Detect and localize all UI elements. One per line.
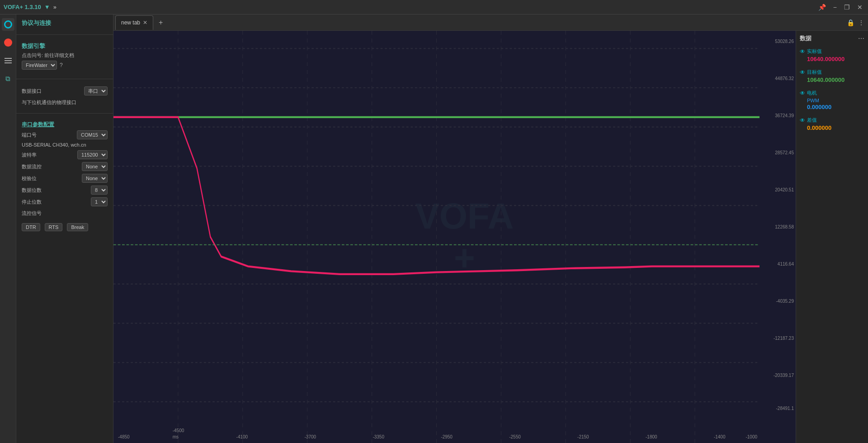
baud-label: 波特率	[22, 152, 37, 158]
stop-bits-select[interactable]: 1	[91, 197, 108, 206]
y-label-2: 36724.39	[775, 113, 794, 118]
diff-label: 差值	[807, 117, 817, 124]
pwm-eye-icon[interactable]: 👁	[800, 90, 805, 96]
main-layout: ⧉ 协议与连接 数据引擎 点击问号: 前往详细文档 FireWater ? 数据…	[0, 14, 868, 443]
more-options-icon[interactable]: ⋮	[858, 19, 864, 26]
baud-row: 波特率 115200	[22, 150, 108, 159]
sidebar-icon-strip: ⧉	[0, 14, 16, 443]
nav-more-icon[interactable]: »	[53, 4, 57, 10]
y-label-4: 20420.51	[775, 187, 794, 192]
add-tab-button[interactable]: +	[156, 19, 165, 27]
chart-data-row: VOFA+ 53028.26 44876.32 36724.39 28572.4…	[113, 31, 868, 443]
app-logo: VOFA+ 1.3.10 ▼ »	[4, 4, 57, 10]
help-icon[interactable]: ?	[60, 62, 63, 68]
tab-bar: new tab ✕ + 🔒 ⋮	[113, 14, 868, 31]
port-hint: USB-SERIAL CH340, wch.cn	[22, 142, 108, 148]
actual-eye-icon[interactable]: 👁	[800, 48, 805, 55]
x-label-2550: -2550	[509, 434, 521, 439]
y-label-7: -4035.29	[776, 299, 794, 304]
sidebar-panel: 协议与连接 数据引擎 点击问号: 前往详细文档 FireWater ? 数据接口…	[16, 14, 113, 443]
sidebar-icon-connection[interactable]	[2, 18, 14, 31]
maximize-button[interactable]: ❐	[842, 4, 852, 11]
parity-select[interactable]: None	[82, 174, 108, 183]
data-item-diff: 👁 差值 0.000000	[800, 117, 864, 131]
flow-control-row: 数据流控 None	[22, 162, 108, 171]
x-label-2950: -2950	[441, 434, 453, 439]
data-panel-more-icon[interactable]: ⋯	[858, 35, 864, 42]
y-label-1: 44876.32	[775, 76, 794, 81]
data-panel-header: 数据 ⋯	[800, 34, 864, 43]
tab-close-icon[interactable]: ✕	[143, 19, 147, 26]
y-label-0: 53028.26	[775, 39, 794, 44]
flow-signal-label: 流控信号	[22, 210, 108, 217]
x-label-4100: -4100	[236, 434, 248, 439]
pwm-label-line2: PWM	[807, 98, 819, 103]
y-label-5: 12268.58	[775, 224, 794, 229]
parity-row: 校验位 None	[22, 174, 108, 183]
data-bits-label: 数据位数	[22, 187, 42, 194]
y-label-3: 28572.45	[775, 150, 794, 155]
chart-area[interactable]: VOFA+ 53028.26 44876.32 36724.39 28572.4…	[113, 31, 796, 443]
x-label-1400: -1400	[714, 434, 726, 439]
close-button[interactable]: ✕	[855, 4, 864, 11]
data-bits-select[interactable]: 8	[91, 186, 108, 195]
lock-icon[interactable]: 🔒	[847, 19, 854, 26]
port-row: 端口号 COM15	[22, 130, 108, 139]
pin-icon[interactable]: 📌	[816, 4, 828, 11]
sidebar-icon-record[interactable]	[2, 36, 14, 49]
data-panel-actions: ⋯	[858, 35, 864, 42]
y-label-6: 4116.64	[778, 262, 794, 267]
rts-button[interactable]: RTS	[45, 223, 63, 231]
pwm-label-line2-wrap: PWM	[807, 97, 864, 104]
dtr-rts-row: DTR RTS Break	[16, 219, 113, 233]
topbar: VOFA+ 1.3.10 ▼ » 📌 − ❐ ✕	[0, 0, 868, 14]
firewater-select[interactable]: FireWater	[22, 61, 57, 70]
tab-actions: 🔒 ⋮	[847, 19, 868, 26]
sidebar-icon-menu[interactable]	[2, 54, 14, 67]
right-panel: new tab ✕ + 🔒 ⋮ VOFA+ 53028.26 44876.32	[113, 14, 868, 443]
port-label: 端口号	[22, 132, 37, 138]
data-engine-section: 数据引擎 点击问号: 前往详细文档 FireWater ?	[16, 38, 113, 76]
serial-config-section: 串口参数配置 端口号 COM15 USB-SERIAL CH340, wch.c…	[16, 116, 113, 219]
sidebar-icon-copy[interactable]: ⧉	[2, 72, 14, 85]
tab-label: new tab	[121, 19, 140, 26]
data-interface-row: 数据接口 串口	[22, 86, 108, 95]
pwm-value: 0.000000	[807, 104, 864, 110]
baud-select[interactable]: 115200	[77, 150, 108, 159]
flow-control-label: 数据流控	[22, 163, 42, 170]
protocol-title: 协议与连接	[22, 19, 108, 27]
data-interface-hint: 与下位机通信的物理接口	[22, 99, 108, 106]
target-label: 目标值	[807, 69, 822, 76]
x-label-2150: -2150	[577, 434, 589, 439]
port-select[interactable]: COM15	[77, 130, 108, 139]
chart-svg	[113, 31, 760, 443]
diff-value: 0.000000	[807, 124, 864, 131]
data-item-target-header: 👁 目标值	[800, 69, 864, 76]
dtr-button[interactable]: DTR	[22, 223, 40, 231]
data-bits-row: 数据位数 8	[22, 186, 108, 195]
stop-bits-row: 停止位数 1	[22, 197, 108, 206]
data-interface-section: 数据接口 串口 与下位机通信的物理接口	[16, 82, 113, 110]
data-item-actual: 👁 实标值 10640.000000	[800, 48, 864, 62]
break-button[interactable]: Break	[67, 223, 88, 231]
data-interface-select[interactable]: 串口	[84, 86, 108, 95]
target-value: 10640.000000	[807, 76, 864, 83]
tab-new-tab[interactable]: new tab ✕	[115, 15, 153, 30]
app-name: VOFA+ 1.3.10	[4, 4, 41, 10]
x-label-4500: -4500	[173, 428, 184, 433]
diff-eye-icon[interactable]: 👁	[800, 117, 805, 124]
actual-label: 实标值	[807, 48, 822, 55]
data-item-diff-header: 👁 差值	[800, 117, 864, 124]
chart-container: VOFA+ 53028.26 44876.32 36724.39 28572.4…	[113, 31, 796, 443]
data-item-actual-header: 👁 实标值	[800, 48, 864, 55]
minimize-button[interactable]: −	[831, 4, 839, 11]
pwm-label-line1: 电机	[807, 90, 817, 96]
x-label-ms: ms	[173, 434, 179, 439]
x-label-3350: -3350	[373, 434, 384, 439]
target-eye-icon[interactable]: 👁	[800, 69, 805, 76]
serial-config-title[interactable]: 串口参数配置	[22, 121, 108, 129]
data-engine-title: 数据引擎	[22, 42, 108, 50]
actual-value: 10640.000000	[807, 56, 864, 62]
data-item-target: 👁 目标值 10640.000000	[800, 69, 864, 83]
flow-control-select[interactable]: None	[82, 162, 108, 171]
